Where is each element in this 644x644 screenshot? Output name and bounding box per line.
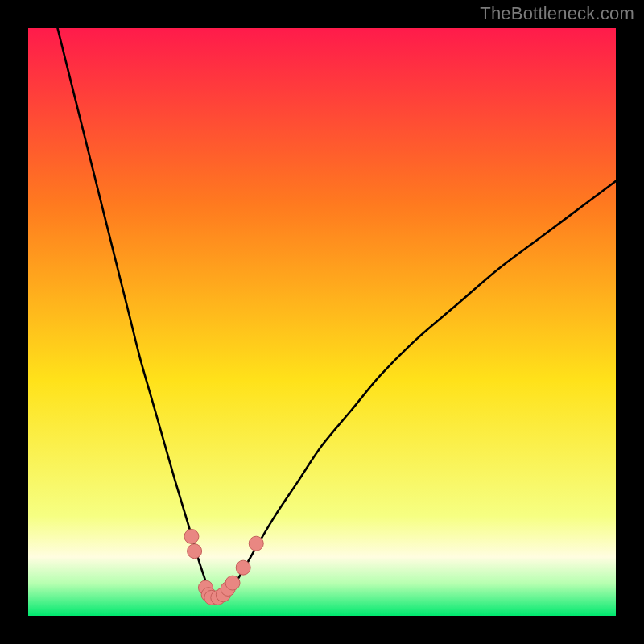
plot-area	[28, 28, 616, 616]
marker-point	[249, 536, 263, 551]
gradient-background	[28, 28, 616, 616]
watermark-text: TheBottleneck.com	[480, 3, 634, 24]
plot-svg	[28, 28, 616, 616]
marker-point	[236, 560, 250, 575]
marker-point	[225, 576, 240, 590]
chart-frame: TheBottleneck.com	[0, 0, 644, 644]
marker-point	[184, 529, 199, 543]
marker-point	[188, 544, 202, 559]
